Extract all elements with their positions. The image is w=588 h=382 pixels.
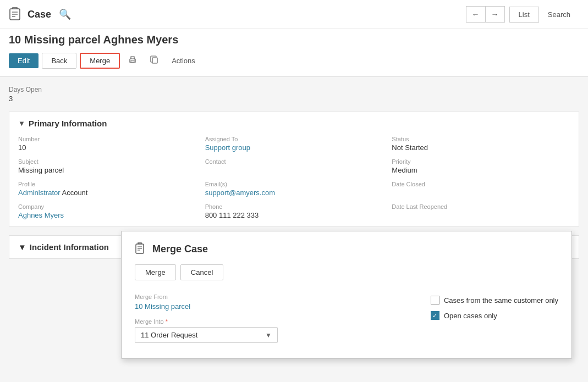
required-indicator: *: [166, 318, 168, 325]
svg-rect-5: [131, 60, 134, 62]
merge-left-panel: Merge From 10 Missing parcel Merge Into …: [135, 294, 431, 343]
app-title: Case 🔍: [9, 7, 466, 22]
modal-title-row: Merge Case: [135, 242, 558, 256]
merge-into-select-value: 11 Order Request: [141, 331, 197, 339]
copy-icon: [150, 56, 159, 64]
print-icon: [128, 56, 137, 64]
search-icon[interactable]: 🔍: [59, 8, 71, 20]
same-customer-checkbox-row[interactable]: Cases from the same customer only: [431, 296, 558, 305]
modal-body: Merge From 10 Missing parcel Merge Into …: [135, 294, 558, 343]
merge-button[interactable]: Merge: [80, 53, 120, 69]
modal-cancel-button[interactable]: Cancel: [180, 264, 223, 280]
merge-into-label: Merge Into *: [135, 318, 431, 325]
modal-merge-button[interactable]: Merge: [135, 264, 176, 280]
open-cases-label: Open cases only: [444, 312, 497, 320]
copy-button[interactable]: [145, 52, 164, 70]
back-button[interactable]: Back: [42, 53, 76, 69]
merge-case-icon: [135, 242, 148, 256]
search-button[interactable]: Search: [539, 7, 579, 22]
merge-into-label-text: Merge Into: [135, 318, 164, 325]
case-icon: [9, 7, 24, 22]
actions-button[interactable]: Actions: [167, 53, 200, 68]
merge-case-dialog: Merge Case Merge Cancel Merge From 10 Mi…: [121, 231, 572, 359]
same-customer-checkbox[interactable]: [431, 296, 439, 305]
merge-right-panel: Cases from the same customer only ✓ Open…: [431, 294, 558, 320]
svg-rect-7: [152, 58, 157, 63]
merge-from-label: Merge From: [135, 294, 431, 300]
nav-next-button[interactable]: →: [485, 6, 505, 23]
merge-into-select[interactable]: 11 Order Request ▼: [135, 327, 278, 343]
print-button[interactable]: [123, 52, 142, 70]
edit-button[interactable]: Edit: [9, 53, 39, 68]
list-button[interactable]: List: [509, 7, 539, 23]
modal-title: Merge Case: [152, 243, 208, 255]
svg-point-6: [134, 59, 135, 60]
page-title: 10 Missing parcel Aghnes Myers: [9, 34, 579, 46]
modal-toolbar: Merge Cancel: [135, 264, 558, 280]
page-header: 10 Missing parcel Aghnes Myers Edit Back…: [0, 29, 588, 77]
nav-controls: ← → List Search: [466, 6, 579, 23]
nav-prev-button[interactable]: ←: [466, 6, 485, 23]
main-content: Days Open 3 ▼ Primary Information Number…: [0, 77, 588, 268]
app-title-text: Case: [28, 9, 51, 20]
top-navigation: Case 🔍 ← → List Search: [0, 0, 588, 29]
toolbar: Edit Back Merge Actions: [9, 52, 579, 70]
merge-from-value: 10 Missing parcel: [135, 302, 431, 311]
modal-overlay: Merge Case Merge Cancel Merge From 10 Mi…: [0, 77, 588, 268]
open-cases-checkbox[interactable]: ✓: [431, 311, 439, 320]
same-customer-label: Cases from the same customer only: [444, 296, 558, 305]
open-cases-checkbox-row[interactable]: ✓ Open cases only: [431, 311, 497, 320]
select-dropdown-icon: ▼: [265, 331, 272, 339]
